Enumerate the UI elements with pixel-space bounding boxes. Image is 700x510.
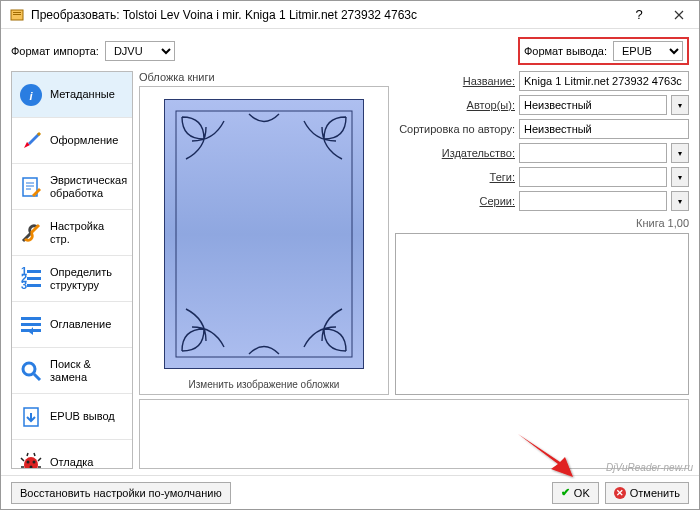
sort-field[interactable]: [519, 119, 689, 139]
help-button[interactable]: ?: [619, 1, 659, 29]
sidebar-item-label: Эвристическая обработка: [50, 174, 127, 198]
cancel-button[interactable]: ✕ Отменить: [605, 482, 689, 504]
sidebar-item-search[interactable]: Поиск & замена: [12, 348, 132, 394]
series-label: Серии:: [395, 195, 515, 207]
sidebar-item-heuristic[interactable]: Эвристическая обработка: [12, 164, 132, 210]
publisher-dropdown-button[interactable]: ▾: [671, 143, 689, 163]
sidebar-item-toc[interactable]: Оглавление: [12, 302, 132, 348]
change-cover-label: Изменить изображение обложки: [189, 379, 340, 390]
page-edit-icon: [18, 174, 44, 200]
ok-button[interactable]: ✔ OK: [552, 482, 599, 504]
cover-frame: Изменить изображение обложки: [139, 86, 389, 395]
search-icon: [18, 358, 44, 384]
tags-dropdown-button[interactable]: ▾: [671, 167, 689, 187]
app-icon: [9, 7, 25, 23]
reset-label: Восстановить настройки по-умолчанию: [20, 487, 222, 499]
sidebar-item-label: Оглавление: [50, 318, 111, 330]
svg-point-19: [33, 460, 36, 463]
publisher-field[interactable]: [519, 143, 667, 163]
import-format-select[interactable]: DJVU: [105, 41, 175, 61]
svg-rect-2: [13, 14, 21, 15]
svg-point-15: [23, 363, 35, 375]
sidebar: i Метаданные Оформление Эвристическая об…: [11, 71, 133, 469]
svg-rect-13: [21, 323, 41, 326]
sidebar-item-label: EPUB вывод: [50, 410, 115, 422]
log-panel: [139, 399, 689, 469]
close-button[interactable]: [659, 1, 699, 29]
svg-rect-1: [13, 12, 21, 13]
output-format-select[interactable]: EPUB: [613, 41, 683, 61]
title-label: Название:: [395, 75, 515, 87]
svg-point-18: [27, 460, 30, 463]
svg-rect-12: [21, 317, 41, 320]
svg-rect-9: [27, 270, 41, 273]
cover-title: Обложка книги: [139, 71, 389, 83]
author-field[interactable]: [519, 95, 667, 115]
sidebar-item-structure[interactable]: 123 Определить структуру: [12, 256, 132, 302]
reset-defaults-button[interactable]: Восстановить настройки по-умолчанию: [11, 482, 231, 504]
svg-rect-10: [27, 277, 41, 280]
svg-point-20: [30, 465, 33, 468]
titlebar: Преобразовать: Tolstoi Lev Voina i mir. …: [1, 1, 699, 29]
output-format-label: Формат вывода:: [524, 45, 607, 57]
sidebar-item-label: Оформление: [50, 134, 118, 146]
author-dropdown-button[interactable]: ▾: [671, 95, 689, 115]
author-label: Автор(ы):: [395, 99, 515, 111]
import-format-label: Формат импорта:: [11, 45, 99, 57]
cover-image[interactable]: [159, 91, 369, 376]
wrench-icon: [18, 220, 44, 246]
page-out-icon: [18, 404, 44, 430]
bug-icon: [18, 450, 44, 470]
title-field[interactable]: [519, 71, 689, 91]
output-format-highlight: Формат вывода: EPUB: [518, 37, 689, 65]
publisher-label: Издательство:: [395, 147, 515, 159]
numbers-icon: 123: [18, 266, 44, 292]
info-icon: i: [18, 82, 44, 108]
svg-rect-21: [164, 99, 364, 369]
tags-label: Теги:: [395, 171, 515, 183]
tags-field[interactable]: [519, 167, 667, 187]
sidebar-item-metadata[interactable]: i Метаданные: [12, 72, 132, 118]
ok-label: OK: [574, 487, 590, 499]
sidebar-item-label: Настройка стр.: [50, 220, 126, 244]
comments-textarea[interactable]: [395, 233, 689, 395]
toc-icon: [18, 312, 44, 338]
window-title: Преобразовать: Tolstoi Lev Voina i mir. …: [31, 8, 619, 22]
svg-text:3: 3: [21, 279, 27, 291]
sidebar-item-label: Поиск & замена: [50, 358, 126, 382]
check-icon: ✔: [561, 486, 570, 499]
sidebar-item-label: Определить структуру: [50, 266, 126, 290]
cancel-icon: ✕: [614, 487, 626, 499]
cancel-label: Отменить: [630, 487, 680, 499]
series-dropdown-button[interactable]: ▾: [671, 191, 689, 211]
sidebar-item-look[interactable]: Оформление: [12, 118, 132, 164]
sidebar-item-label: Отладка: [50, 456, 93, 468]
sidebar-item-pagesetup[interactable]: Настройка стр.: [12, 210, 132, 256]
book-number: Книга 1,00: [395, 217, 689, 229]
series-field[interactable]: [519, 191, 667, 211]
sidebar-item-label: Метаданные: [50, 88, 115, 100]
svg-rect-11: [27, 284, 41, 287]
sidebar-item-epuboutput[interactable]: EPUB вывод: [12, 394, 132, 440]
sort-label: Сортировка по автору:: [395, 123, 515, 135]
sidebar-item-debug[interactable]: Отладка: [12, 440, 132, 469]
brush-icon: [18, 128, 44, 154]
